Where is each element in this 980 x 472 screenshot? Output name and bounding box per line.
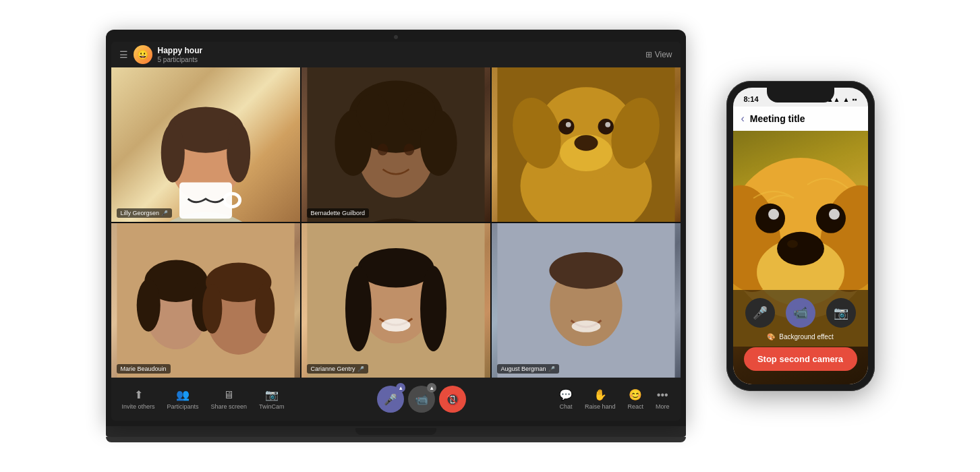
mic-on-icon: 🎤 [384, 393, 397, 406]
more-icon: ••• [657, 389, 668, 401]
mic-caret[interactable]: ▲ [396, 383, 405, 392]
phone-control-buttons: 🎤 📹 📷 [744, 298, 857, 328]
svg-point-27 [605, 122, 610, 127]
toolbar-left: ⬆ Invite others 👥 Participants 🖥 Share s… [122, 388, 285, 410]
raise-hand-icon: ✋ [594, 388, 607, 401]
grid-icon: ⊞ [645, 50, 652, 59]
participants-button[interactable]: 👥 Participants [167, 388, 199, 410]
raise-hand-button[interactable]: ✋ Raise hand [585, 388, 616, 410]
svg-point-13 [356, 94, 389, 133]
svg-point-61 [768, 209, 779, 220]
chat-button[interactable]: 💬 Chat [559, 388, 573, 410]
participant-name-lilly: Lilly Georgsen 🎤 [117, 208, 173, 218]
laptop-screen: ☰ 😀 Happy hour 5 participants ⊞ View [111, 42, 681, 421]
svg-point-25 [598, 119, 613, 134]
svg-point-62 [828, 209, 839, 220]
video-cell-carianne: Carianne Gentry 🎤 [301, 223, 490, 378]
chat-icon: 💬 [559, 388, 573, 401]
share-icon: 🖥 [223, 389, 234, 401]
battery-icon: ▪▪ [852, 96, 857, 103]
participant-name-august: August Bergman 🎤 [497, 364, 559, 374]
laptop-body: ☰ 😀 Happy hour 5 participants ⊞ View [106, 30, 686, 426]
phone-screen-icon: 📷 [834, 305, 848, 320]
twincam-icon: 📷 [265, 388, 279, 401]
toolbar-center: 🎤 ▲ 📹 ▲ 📵 [377, 386, 466, 413]
view-button[interactable]: ⊞ View [645, 50, 672, 59]
svg-point-15 [377, 144, 388, 156]
participant-name-carianne: Carianne Gentry 🎤 [307, 364, 368, 374]
svg-point-45 [381, 318, 410, 331]
svg-point-42 [357, 248, 434, 287]
invite-others-button[interactable]: ⬆ Invite others [122, 388, 155, 410]
video-control-button[interactable]: 📹 ▲ [408, 386, 435, 413]
wifi-icon: ▲ [843, 96, 850, 103]
video-grid: Lilly Georgsen 🎤 [111, 67, 681, 378]
react-button[interactable]: 😊 React [627, 388, 643, 410]
end-call-button[interactable]: 📵 [439, 386, 466, 413]
phone-meeting-title: Meeting title [750, 113, 860, 124]
svg-point-32 [136, 279, 160, 332]
background-effect-label: Background effect [779, 333, 833, 341]
scene: ☰ 😀 Happy hour 5 participants ⊞ View [79, 16, 902, 456]
phone-screen: 8:14 ▲▲▲ ▲ ▪▪ ‹ Meeting title [733, 88, 868, 384]
svg-point-26 [565, 122, 571, 127]
back-button[interactable]: ‹ [741, 113, 745, 125]
svg-point-3 [161, 123, 184, 183]
video-cam-icon: 📹 [415, 393, 428, 406]
video-cell-august: August Bergman 🎤 [492, 223, 681, 378]
svg-point-14 [402, 92, 435, 131]
mic-icon-august: 🎤 [548, 366, 555, 372]
phone-screen-button[interactable]: 📷 [826, 298, 856, 328]
svg-point-23 [574, 135, 598, 150]
dog-video [492, 67, 681, 222]
video-cell-lilly: Lilly Georgsen 🎤 [111, 67, 300, 222]
invite-icon: ⬆ [134, 388, 143, 401]
laptop-base [106, 426, 686, 437]
toolbar-right: 💬 Chat ✋ Raise hand 😊 React ••• [559, 388, 670, 410]
more-button[interactable]: ••• More [656, 389, 670, 410]
participants-icon: 👥 [176, 388, 190, 401]
laptop-camera [394, 35, 398, 39]
dog-photo-bg: 🎤 📹 📷 🎨 Back [733, 131, 868, 384]
svg-point-57 [777, 232, 824, 266]
laptop-stand [355, 428, 436, 435]
august-video [492, 223, 681, 378]
teams-header: ☰ 😀 Happy hour 5 participants ⊞ View [111, 42, 681, 67]
status-time: 8:14 [744, 95, 759, 103]
svg-point-38 [255, 284, 275, 334]
video-cell-dog [492, 67, 681, 222]
meeting-info: Happy hour 5 participants [158, 46, 203, 63]
phone-video-content: 🎤 📹 📷 🎨 Back [733, 131, 868, 384]
background-effect-row: 🎨 Background effect [744, 333, 857, 341]
phone-mic-icon: 🎤 [753, 305, 768, 320]
laptop-foot [106, 437, 686, 442]
hamburger-icon[interactable]: ☰ [119, 49, 128, 60]
phone-frame: 8:14 ▲▲▲ ▲ ▪▪ ‹ Meeting title [726, 81, 875, 391]
header-left: ☰ 😀 Happy hour 5 participants [119, 45, 203, 64]
meeting-avatar: 😀 [134, 45, 152, 64]
svg-point-16 [403, 144, 414, 156]
lilly-video [111, 67, 300, 222]
teams-toolbar: ⬆ Invite others 👥 Participants 🖥 Share s… [111, 378, 681, 421]
twincam-button[interactable]: 📷 TwinCam [259, 388, 285, 410]
view-label: View [655, 50, 672, 59]
phone-device: 8:14 ▲▲▲ ▲ ▪▪ ‹ Meeting title [726, 81, 875, 391]
end-call-icon: 📵 [446, 393, 459, 406]
mic-icon-lilly: 🎤 [161, 210, 168, 216]
svg-point-43 [345, 266, 371, 351]
svg-point-24 [558, 119, 574, 134]
svg-point-37 [202, 284, 222, 334]
share-screen-button[interactable]: 🖥 Share screen [211, 389, 248, 410]
video-cell-bernadette: Bernadette Guilbord [301, 67, 490, 222]
svg-point-58 [787, 240, 798, 248]
video-caret[interactable]: ▲ [427, 383, 436, 392]
mic-icon-carianne: 🎤 [357, 366, 364, 372]
svg-point-50 [571, 320, 600, 332]
phone-video-button[interactable]: 📹 [786, 298, 815, 328]
participant-name-bernadette: Bernadette Guilbord [307, 208, 370, 218]
mic-control-button[interactable]: 🎤 ▲ [377, 386, 404, 413]
phone-video-icon: 📹 [793, 305, 808, 320]
phone-mic-button[interactable]: 🎤 [745, 298, 775, 328]
stop-second-camera-button[interactable]: Stop second camera [744, 347, 857, 371]
phone-header: ‹ Meeting title [733, 107, 868, 131]
